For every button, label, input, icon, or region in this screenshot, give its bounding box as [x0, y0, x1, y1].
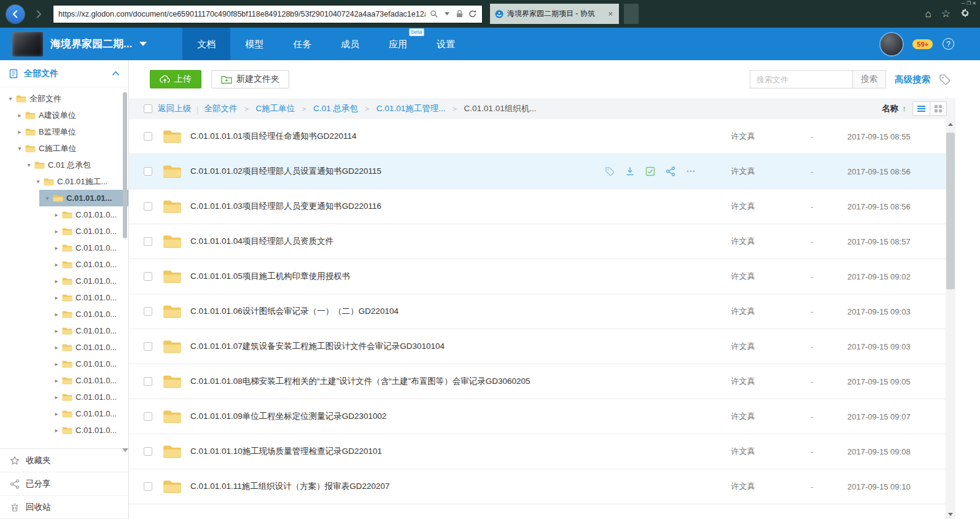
- tree-item[interactable]: ▾C.01.01.01...: [0, 190, 128, 206]
- refresh-icon[interactable]: [468, 9, 477, 18]
- list-view-button[interactable]: [913, 102, 930, 115]
- upload-button[interactable]: 上传: [150, 70, 201, 88]
- search-button[interactable]: 搜索: [853, 70, 886, 88]
- sidebar-item-favorites[interactable]: 收藏夹: [0, 449, 128, 472]
- row-checkbox[interactable]: [144, 377, 152, 386]
- user-avatar[interactable]: [881, 33, 903, 55]
- nav-settings[interactable]: 设置: [422, 28, 470, 60]
- scroll-down-icon[interactable]: [946, 509, 955, 519]
- folder-icon[interactable]: [163, 374, 182, 389]
- new-folder-button[interactable]: 新建文件夹: [211, 70, 289, 88]
- project-logo[interactable]: [12, 32, 43, 57]
- breadcrumb-item[interactable]: C施工单位: [256, 103, 295, 114]
- file-row[interactable]: C.01.01.01.10施工现场质量管理检查记录GD220101许文真-201…: [129, 434, 946, 469]
- tree-item[interactable]: ▸C.01.01.0...: [0, 223, 128, 240]
- folder-icon[interactable]: [163, 479, 182, 494]
- file-row[interactable]: C.01.01.01.04项目经理部人员资质文件许文真-2017-09-15 0…: [129, 224, 946, 259]
- sidebar-scrollbar[interactable]: [122, 92, 128, 436]
- download-icon[interactable]: [625, 166, 635, 176]
- tree-item[interactable]: ▸C.01.01.0...: [0, 256, 128, 273]
- caret-collapsed-icon[interactable]: ▸: [52, 327, 61, 334]
- folder-icon[interactable]: [163, 409, 182, 424]
- row-checkbox[interactable]: [144, 447, 152, 456]
- file-row[interactable]: C.01.01.01.06设计图纸会审记录（一）（二）GD220104许文真-2…: [129, 294, 946, 329]
- row-checkbox[interactable]: [144, 307, 152, 316]
- caret-collapsed-icon[interactable]: ▸: [52, 361, 61, 367]
- select-all-checkbox[interactable]: [144, 104, 152, 113]
- file-name[interactable]: C.01.01.01.02项目经理部人员设置通知书GD220115: [190, 166, 605, 177]
- caret-expanded-icon[interactable]: ▾: [43, 195, 52, 201]
- file-name[interactable]: C.01.01.01.09单位工程坐标定位测量记录GD2301002: [190, 411, 709, 422]
- caret-collapsed-icon[interactable]: ▸: [52, 244, 61, 251]
- file-row[interactable]: C.01.01.01.07建筑设备安装工程施工图设计文件会审记录GD301010…: [129, 329, 946, 364]
- folder-icon[interactable]: [163, 129, 182, 144]
- tree-item[interactable]: ▸C.01.01.0...: [0, 306, 128, 322]
- folder-icon[interactable]: [163, 304, 182, 319]
- file-row[interactable]: C.01.01.01.03项目经理部人员变更通知书GD220116许文真-201…: [129, 189, 946, 224]
- row-checkbox[interactable]: [144, 202, 152, 211]
- more-icon[interactable]: [686, 166, 696, 176]
- tree-item[interactable]: ▾C.01.01施工...: [0, 173, 128, 190]
- caret-collapsed-icon[interactable]: ▸: [52, 211, 61, 218]
- tree-item[interactable]: ▸C.01.01.0...: [0, 356, 128, 372]
- nav-documents[interactable]: 文档: [182, 28, 230, 60]
- project-switcher-caret-icon[interactable]: [139, 42, 147, 46]
- nav-model[interactable]: 模型: [230, 28, 278, 60]
- nav-apps[interactable]: 应用beta: [374, 28, 422, 60]
- file-row[interactable]: C.01.01.01.09单位工程坐标定位测量记录GD2301002许文真-20…: [129, 399, 946, 434]
- tag-icon[interactable]: [939, 74, 951, 85]
- caret-collapsed-icon[interactable]: ▸: [52, 410, 61, 417]
- caret-collapsed-icon[interactable]: ▸: [52, 311, 61, 318]
- file-row[interactable]: C.01.01.01.08电梯安装工程相关的“土建”设计文件（含“土建”布置图等…: [129, 364, 946, 399]
- file-name[interactable]: C.01.01.01.08电梯安装工程相关的“土建”设计文件（含“土建”布置图等…: [190, 376, 709, 387]
- tree-item[interactable]: ▾C.01 总承包: [0, 157, 128, 173]
- breadcrumb-item[interactable]: C.01 总承包: [313, 103, 358, 114]
- row-checkbox[interactable]: [144, 482, 152, 491]
- caret-expanded-icon[interactable]: ▾: [34, 178, 42, 185]
- file-name[interactable]: C.01.01.01.05项目施工机构印章使用授权书: [190, 271, 709, 282]
- breadcrumb-item[interactable]: 全部文件: [204, 103, 238, 114]
- project-title[interactable]: 海境界家园二期...: [50, 37, 132, 51]
- caret-collapsed-icon[interactable]: ▸: [52, 377, 61, 384]
- tree-item[interactable]: ▸C.01.01.0...: [0, 322, 128, 339]
- grid-view-button[interactable]: [930, 102, 946, 115]
- file-name[interactable]: C.01.01.01.06设计图纸会审记录（一）（二）GD220104: [190, 306, 709, 317]
- settings-gear-icon[interactable]: [960, 8, 970, 20]
- home-icon[interactable]: ⌂: [925, 9, 931, 19]
- folder-icon[interactable]: [163, 444, 182, 459]
- sidebar-scrollbar-thumb[interactable]: [123, 92, 127, 238]
- tree-item[interactable]: ▸C.01.01.0...: [0, 422, 128, 439]
- browser-tab[interactable]: 海境界家园二期项目 - 协筑 ×: [490, 4, 619, 24]
- file-name[interactable]: C.01.01.01.04项目经理部人员资质文件: [190, 236, 709, 247]
- file-name[interactable]: C.01.01.01.07建筑设备安装工程施工图设计文件会审记录GD301010…: [190, 341, 709, 352]
- file-row[interactable]: C.01.01.01.05项目施工机构印章使用授权书许文真-2017-09-15…: [129, 259, 946, 294]
- row-checkbox[interactable]: [144, 167, 152, 176]
- scroll-up-icon[interactable]: [946, 119, 955, 129]
- sidebar-item-shared[interactable]: 已分享: [0, 472, 128, 496]
- breadcrumb-item[interactable]: C.01.01施工管理...: [376, 103, 446, 114]
- caret-collapsed-icon[interactable]: ▸: [52, 278, 61, 284]
- folder-icon[interactable]: [163, 234, 182, 249]
- folder-icon[interactable]: [163, 164, 182, 179]
- caret-expanded-icon[interactable]: ▾: [6, 95, 15, 102]
- nav-members[interactable]: 成员: [326, 28, 374, 60]
- row-checkbox[interactable]: [144, 342, 152, 351]
- file-row[interactable]: C.01.01.01.02项目经理部人员设置通知书GD220115许文真-201…: [129, 154, 946, 189]
- chevron-up-icon[interactable]: [112, 71, 120, 76]
- list-scrollbar[interactable]: [946, 119, 955, 519]
- caret-collapsed-icon[interactable]: ▸: [52, 294, 61, 301]
- tree-item[interactable]: ▸C.01.01.0...: [0, 289, 128, 306]
- tree-item[interactable]: ▾全部文件: [0, 90, 128, 107]
- caret-collapsed-icon[interactable]: ▸: [52, 394, 61, 400]
- tree-item[interactable]: ▸C.01.01.0...: [0, 206, 128, 223]
- file-name[interactable]: C.01.01.01.11施工组织设计（方案）报审表GD220207: [190, 481, 709, 492]
- forward-button[interactable]: [29, 5, 48, 23]
- folder-icon[interactable]: [163, 269, 182, 284]
- new-tab-button[interactable]: [624, 4, 639, 24]
- folder-icon[interactable]: [163, 339, 182, 354]
- row-checkbox[interactable]: [144, 412, 152, 421]
- caret-expanded-icon[interactable]: ▾: [15, 145, 24, 152]
- tree-item[interactable]: ▸B监理单位: [0, 123, 128, 140]
- folder-icon[interactable]: [163, 199, 182, 214]
- tree-item[interactable]: ▸C.01.01.0...: [0, 339, 128, 356]
